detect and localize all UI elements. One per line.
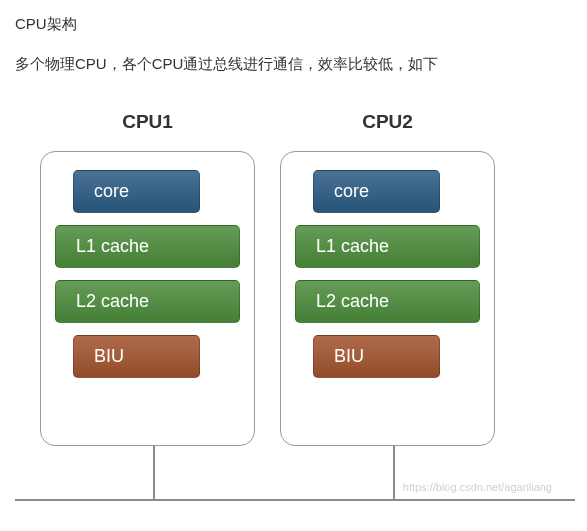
cpu1-label: CPU1: [40, 111, 255, 133]
cpu2-biu-block: BIU: [313, 335, 440, 378]
cpu1-container: CPU1 core L1 cache L2 cache BIU: [40, 111, 255, 446]
cpu1-core-block: core: [73, 170, 200, 213]
cpu2-l1-cache-block: L1 cache: [295, 225, 480, 268]
bus-vline-cpu1: [153, 446, 155, 501]
cpu1-biu-block: BIU: [73, 335, 200, 378]
cpu2-label: CPU2: [280, 111, 495, 133]
cpu-diagram: CPU1 core L1 cache L2 cache BIU CPU2 cor…: [15, 111, 572, 501]
bus-hline: [15, 499, 575, 501]
watermark-text: https://blog.csdn.net/aganliang: [403, 481, 552, 493]
description-text: 多个物理CPU，各个CPU通过总线进行通信，效率比较低，如下: [15, 52, 572, 76]
cpu1-box: core L1 cache L2 cache BIU: [40, 151, 255, 446]
cpu2-container: CPU2 core L1 cache L2 cache BIU: [280, 111, 495, 446]
cpu2-l2-cache-block: L2 cache: [295, 280, 480, 323]
cpu2-box: core L1 cache L2 cache BIU: [280, 151, 495, 446]
bus-vline-cpu2: [393, 446, 395, 501]
page-title: CPU架构: [15, 15, 572, 34]
cpu2-core-block: core: [313, 170, 440, 213]
cpu1-l2-cache-block: L2 cache: [55, 280, 240, 323]
cpu1-l1-cache-block: L1 cache: [55, 225, 240, 268]
